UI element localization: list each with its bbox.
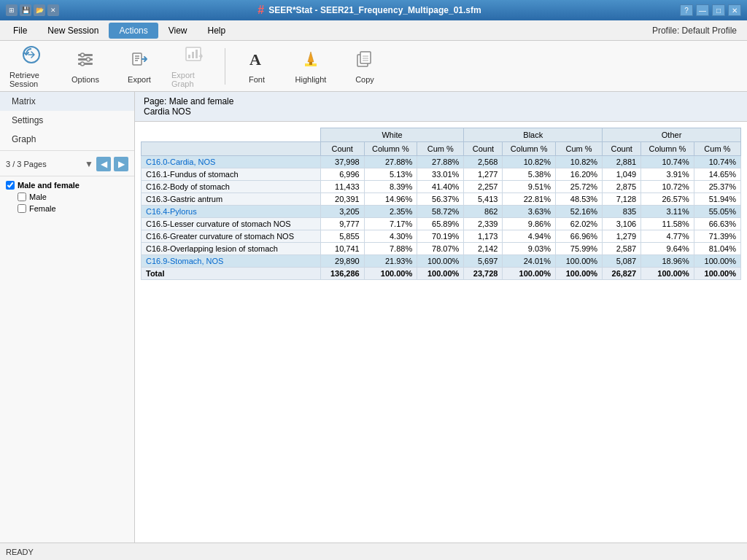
copy-button[interactable]: Copy: [339, 44, 390, 88]
window-title: SEER*Stat - SEER21_Frequency_Multipage_0…: [268, 5, 481, 15]
table-cell-value: 25.37%: [694, 181, 740, 193]
svg-point-6: [81, 62, 85, 66]
highlight-icon: [301, 49, 321, 74]
app-icon-1[interactable]: ⊞: [6, 4, 18, 16]
table-cell-value: 26,827: [603, 268, 641, 280]
menu-new-session[interactable]: New Session: [37, 23, 109, 39]
table-cell-value: 10.82%: [555, 156, 602, 168]
table-row: C16.9-Stomach, NOS29,89021.93%100.00%5,6…: [142, 255, 741, 268]
table-cell-value: 9,777: [320, 218, 364, 230]
table-cell-value: 25.72%: [555, 181, 602, 193]
tree-label-male: Male: [29, 192, 47, 201]
table-cell-value: 10.72%: [641, 181, 694, 193]
table-cell-label: C16.2-Body of stomach: [142, 181, 321, 193]
title-bar: ⊞ 💾 📂 ✕ # SEER*Stat - SEER21_Frequency_M…: [0, 0, 747, 20]
table-cell-value: 75.99%: [555, 243, 602, 255]
minimize-button[interactable]: —: [696, 4, 709, 16]
table-cell-value: 100.00%: [694, 268, 740, 280]
retrieve-session-icon: [21, 44, 42, 69]
table-cell-value: 2,587: [603, 243, 641, 255]
table-cell-value: 862: [464, 206, 503, 218]
table-cell-value: 41.40%: [417, 181, 464, 193]
export-graph-button[interactable]: Export Graph: [168, 44, 219, 88]
table-cell-label: C16.9-Stomach, NOS: [142, 255, 321, 268]
col-header-black-count: Count: [464, 142, 503, 156]
menu-view[interactable]: View: [158, 23, 198, 39]
col-header-white-colpct: Column %: [364, 142, 417, 156]
next-page-button[interactable]: ▶: [114, 157, 128, 171]
retrieve-session-button[interactable]: Retrieve Session: [6, 44, 57, 88]
menu-file[interactable]: File: [3, 23, 37, 39]
sidebar-item-matrix[interactable]: Matrix: [0, 92, 134, 111]
table-cell-value: 3,205: [320, 206, 364, 218]
tree-item-male[interactable]: Male: [6, 191, 128, 203]
table-cell-value: 37,998: [320, 156, 364, 168]
font-button[interactable]: A Font: [231, 44, 282, 88]
table-cell-value: 55.05%: [694, 206, 740, 218]
tree-label-female: Female: [29, 204, 56, 213]
app-hash-icon: #: [258, 4, 264, 17]
table-cell-value: 3.63%: [503, 206, 556, 218]
table-label-link[interactable]: C16.0-Cardia, NOS: [146, 158, 215, 166]
table-cell-value: 62.02%: [555, 218, 602, 230]
table-cell-value: 10.74%: [641, 156, 694, 168]
table-cell-value: 4.77%: [641, 230, 694, 243]
sidebar-item-settings[interactable]: Settings: [0, 111, 134, 130]
menu-bar: File New Session Actions View Help Profi…: [0, 20, 747, 41]
table-cell-value: 5.13%: [364, 168, 417, 181]
maximize-button[interactable]: □: [712, 4, 725, 16]
close-button[interactable]: ✕: [728, 4, 741, 16]
page-header: Page: Male and female Cardia NOS: [135, 92, 747, 122]
tree-item-female[interactable]: Female: [6, 203, 128, 214]
menu-actions[interactable]: Actions: [109, 23, 158, 39]
table-cell-value: 2,568: [464, 156, 503, 168]
table-cell-value: 23,728: [464, 268, 503, 280]
export-icon: [129, 49, 150, 74]
tree-label-male-female: Male and female: [18, 181, 80, 190]
tree-checkbox-male[interactable]: [18, 192, 26, 201]
prev-page-button[interactable]: ◀: [96, 157, 111, 171]
tree-item-male-female[interactable]: Male and female: [6, 179, 128, 191]
filter-icon[interactable]: ▼: [85, 159, 93, 169]
toolbar-divider-1: [225, 48, 225, 85]
tree-checkbox-male-female[interactable]: [6, 181, 15, 190]
svg-rect-17: [309, 62, 312, 65]
tree-checkbox-female[interactable]: [18, 204, 26, 213]
help-button[interactable]: ?: [680, 4, 693, 16]
sidebar-item-graph[interactable]: Graph: [0, 130, 134, 149]
table-cell-value: 18.96%: [641, 255, 694, 268]
export-button[interactable]: Export: [114, 44, 165, 88]
table-cell-value: 100.00%: [555, 268, 602, 280]
menu-help[interactable]: Help: [198, 23, 236, 39]
page-count-text: 3 / 3 Pages: [6, 160, 82, 168]
table-cell-value: 100.00%: [417, 268, 464, 280]
table-cell-value: 100.00%: [694, 255, 740, 268]
export-graph-label: Export Graph: [171, 71, 215, 88]
table-cell-value: 1,049: [603, 168, 641, 181]
table-cell-value: 10.74%: [694, 156, 740, 168]
table-cell-label: C16.0-Cardia, NOS: [142, 156, 321, 168]
options-button[interactable]: Options: [60, 44, 111, 88]
table-cell-value: 33.01%: [417, 168, 464, 181]
table-cell-value: 9.86%: [503, 218, 556, 230]
table-cell-value: 100.00%: [641, 268, 694, 280]
table-label-link[interactable]: C16.9-Stomach, NOS: [146, 257, 223, 265]
table-cell-value: 2,339: [464, 218, 503, 230]
svg-rect-14: [196, 50, 198, 58]
toolbar: Retrieve Session Options: [0, 41, 747, 92]
table-cell-value: 27.88%: [417, 156, 464, 168]
table-cell-value: 3,106: [603, 218, 641, 230]
table-cell-value: 3.91%: [641, 168, 694, 181]
profile-text: Profile: Default Profile: [652, 26, 744, 36]
highlight-button[interactable]: Highlight: [285, 44, 336, 88]
app-icon-open[interactable]: 📂: [34, 4, 45, 16]
table-label-link[interactable]: C16.4-Pylorus: [146, 207, 197, 216]
table-cell-value: 5,697: [464, 255, 503, 268]
app-icon-close-doc[interactable]: ✕: [47, 4, 59, 16]
col-group-empty: [142, 128, 321, 142]
app-icon-save[interactable]: 💾: [20, 4, 31, 16]
table-cell-label: C16.8-Overlapping lesion of stomach: [142, 243, 321, 255]
table-cell-value: 100.00%: [364, 268, 417, 280]
table-cell-value: 21.93%: [364, 255, 417, 268]
options-label: Options: [71, 75, 99, 84]
